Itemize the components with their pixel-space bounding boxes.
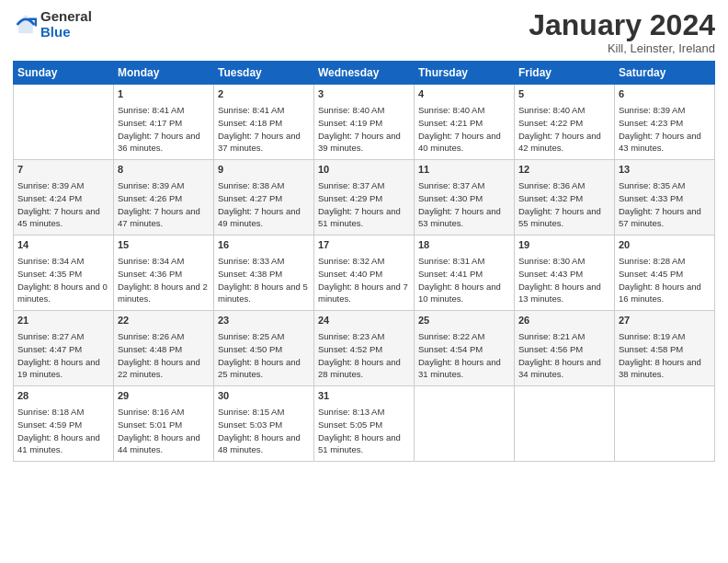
- calendar-cell: 9Sunrise: 8:38 AMSunset: 4:27 PMDaylight…: [214, 160, 314, 236]
- day-number: 10: [318, 163, 410, 178]
- calendar-cell: 18Sunrise: 8:31 AMSunset: 4:41 PMDayligh…: [415, 236, 515, 311]
- cell-content: 16Sunrise: 8:33 AMSunset: 4:38 PMDayligh…: [218, 238, 310, 305]
- location-subtitle: Kill, Leinster, Ireland: [529, 41, 715, 55]
- day-number: 15: [118, 238, 210, 253]
- calendar-cell: 20Sunrise: 8:28 AMSunset: 4:45 PMDayligh…: [615, 236, 715, 311]
- sunset-text: Sunset: 4:48 PM: [118, 344, 182, 354]
- cell-content: 10Sunrise: 8:37 AMSunset: 4:29 PMDayligh…: [318, 163, 410, 230]
- day-number: 2: [218, 87, 310, 102]
- cell-content: 31Sunrise: 8:13 AMSunset: 5:05 PMDayligh…: [318, 389, 410, 456]
- sunset-text: Sunset: 4:38 PM: [218, 269, 282, 279]
- day-number: 26: [518, 314, 610, 328]
- daylight-text: Daylight: 8 hours and 0 minutes.: [17, 282, 108, 304]
- calendar-cell: [515, 386, 615, 462]
- sunrise-text: Sunrise: 8:19 AM: [619, 331, 685, 341]
- sunrise-text: Sunrise: 8:36 AM: [518, 180, 585, 190]
- daylight-text: Daylight: 8 hours and 34 minutes.: [518, 357, 601, 380]
- day-number: 25: [418, 314, 510, 328]
- cell-content: 2Sunrise: 8:41 AMSunset: 4:18 PMDaylight…: [218, 87, 310, 155]
- daylight-text: Daylight: 8 hours and 28 minutes.: [318, 357, 401, 380]
- day-number: 12: [518, 163, 610, 178]
- sunset-text: Sunset: 4:52 PM: [318, 344, 382, 354]
- cell-content: 21Sunrise: 8:27 AMSunset: 4:47 PMDayligh…: [17, 314, 109, 381]
- daylight-text: Daylight: 7 hours and 43 minutes.: [619, 131, 701, 154]
- day-number: 11: [418, 163, 510, 178]
- header-row: SundayMondayTuesdayWednesdayThursdayFrid…: [14, 62, 715, 85]
- month-title: January 2024: [529, 9, 715, 41]
- cell-content: 26Sunrise: 8:21 AMSunset: 4:56 PMDayligh…: [518, 314, 610, 381]
- daylight-text: Daylight: 8 hours and 2 minutes.: [118, 282, 208, 304]
- sunrise-text: Sunrise: 8:40 AM: [418, 105, 484, 115]
- day-number: 4: [418, 87, 510, 102]
- calendar-cell: 26Sunrise: 8:21 AMSunset: 4:56 PMDayligh…: [515, 311, 615, 386]
- sunset-text: Sunset: 4:45 PM: [619, 269, 683, 279]
- cell-content: 19Sunrise: 8:30 AMSunset: 4:43 PMDayligh…: [518, 238, 610, 305]
- calendar-cell: 25Sunrise: 8:22 AMSunset: 4:54 PMDayligh…: [415, 311, 515, 386]
- daylight-text: Daylight: 7 hours and 49 minutes.: [218, 206, 301, 229]
- sunset-text: Sunset: 4:56 PM: [518, 344, 583, 354]
- sunrise-text: Sunrise: 8:40 AM: [318, 105, 384, 115]
- cell-content: 22Sunrise: 8:26 AMSunset: 4:48 PMDayligh…: [118, 314, 210, 381]
- daylight-text: Daylight: 7 hours and 47 minutes.: [118, 206, 200, 229]
- calendar-cell: 21Sunrise: 8:27 AMSunset: 4:47 PMDayligh…: [14, 311, 114, 386]
- calendar-cell: 23Sunrise: 8:25 AMSunset: 4:50 PMDayligh…: [214, 311, 314, 386]
- cell-content: 17Sunrise: 8:32 AMSunset: 4:40 PMDayligh…: [318, 238, 410, 305]
- sunset-text: Sunset: 4:26 PM: [118, 193, 182, 203]
- cell-content: 29Sunrise: 8:16 AMSunset: 5:01 PMDayligh…: [118, 389, 210, 456]
- sunrise-text: Sunrise: 8:32 AM: [318, 256, 384, 266]
- daylight-text: Daylight: 8 hours and 44 minutes.: [118, 432, 200, 455]
- sunset-text: Sunset: 4:23 PM: [619, 118, 683, 128]
- cell-content: 3Sunrise: 8:40 AMSunset: 4:19 PMDaylight…: [318, 87, 410, 155]
- header: General Blue January 2024 Kill, Leinster…: [13, 9, 715, 55]
- daylight-text: Daylight: 8 hours and 7 minutes.: [318, 282, 408, 304]
- daylight-text: Daylight: 7 hours and 39 minutes.: [318, 131, 401, 154]
- cell-content: 18Sunrise: 8:31 AMSunset: 4:41 PMDayligh…: [418, 238, 510, 305]
- sunrise-text: Sunrise: 8:22 AM: [418, 331, 484, 341]
- day-number: 9: [218, 163, 310, 178]
- calendar-cell: 16Sunrise: 8:33 AMSunset: 4:38 PMDayligh…: [214, 236, 314, 311]
- daylight-text: Daylight: 7 hours and 53 minutes.: [418, 206, 501, 229]
- calendar-cell: 31Sunrise: 8:13 AMSunset: 5:05 PMDayligh…: [314, 386, 415, 462]
- sunset-text: Sunset: 4:33 PM: [619, 193, 683, 203]
- daylight-text: Daylight: 8 hours and 41 minutes.: [17, 432, 100, 455]
- sunrise-text: Sunrise: 8:26 AM: [118, 331, 184, 341]
- sunrise-text: Sunrise: 8:37 AM: [318, 180, 384, 190]
- daylight-text: Daylight: 8 hours and 38 minutes.: [619, 357, 701, 380]
- calendar-cell: 8Sunrise: 8:39 AMSunset: 4:26 PMDaylight…: [114, 160, 214, 236]
- sunrise-text: Sunrise: 8:31 AM: [418, 256, 484, 266]
- cell-content: 30Sunrise: 8:15 AMSunset: 5:03 PMDayligh…: [218, 389, 310, 456]
- sunset-text: Sunset: 4:54 PM: [418, 344, 483, 354]
- day-number: 21: [17, 314, 109, 328]
- sunrise-text: Sunrise: 8:21 AM: [518, 331, 585, 341]
- daylight-text: Daylight: 8 hours and 51 minutes.: [318, 432, 401, 455]
- sunrise-text: Sunrise: 8:41 AM: [218, 105, 284, 115]
- calendar-cell: 29Sunrise: 8:16 AMSunset: 5:01 PMDayligh…: [114, 386, 214, 462]
- daylight-text: Daylight: 8 hours and 19 minutes.: [17, 357, 100, 380]
- logo-blue: Blue: [40, 25, 92, 40]
- daylight-text: Daylight: 8 hours and 48 minutes.: [218, 432, 301, 455]
- header-cell-sunday: Sunday: [14, 62, 114, 85]
- calendar-cell: 4Sunrise: 8:40 AMSunset: 4:21 PMDaylight…: [415, 85, 515, 160]
- sunset-text: Sunset: 4:21 PM: [418, 118, 483, 128]
- daylight-text: Daylight: 7 hours and 45 minutes.: [17, 206, 100, 229]
- daylight-text: Daylight: 7 hours and 42 minutes.: [518, 131, 601, 154]
- cell-content: 15Sunrise: 8:34 AMSunset: 4:36 PMDayligh…: [118, 238, 210, 305]
- day-number: 23: [218, 314, 310, 328]
- logo-icon: [13, 12, 39, 38]
- sunrise-text: Sunrise: 8:39 AM: [17, 180, 84, 190]
- day-number: 31: [318, 389, 410, 404]
- day-number: 18: [418, 238, 510, 253]
- calendar-cell: 10Sunrise: 8:37 AMSunset: 4:29 PMDayligh…: [314, 160, 415, 236]
- daylight-text: Daylight: 7 hours and 36 minutes.: [118, 131, 200, 154]
- week-row-3: 21Sunrise: 8:27 AMSunset: 4:47 PMDayligh…: [14, 311, 715, 386]
- cell-content: 23Sunrise: 8:25 AMSunset: 4:50 PMDayligh…: [218, 314, 310, 381]
- sunset-text: Sunset: 4:27 PM: [218, 193, 282, 203]
- cell-content: 28Sunrise: 8:18 AMSunset: 4:59 PMDayligh…: [17, 389, 109, 456]
- calendar-cell: 2Sunrise: 8:41 AMSunset: 4:18 PMDaylight…: [214, 85, 314, 160]
- sunset-text: Sunset: 4:50 PM: [218, 344, 282, 354]
- day-number: 13: [619, 163, 711, 178]
- sunset-text: Sunset: 4:58 PM: [619, 344, 683, 354]
- day-number: 30: [218, 389, 310, 404]
- day-number: 20: [619, 238, 711, 253]
- sunrise-text: Sunrise: 8:28 AM: [619, 256, 685, 266]
